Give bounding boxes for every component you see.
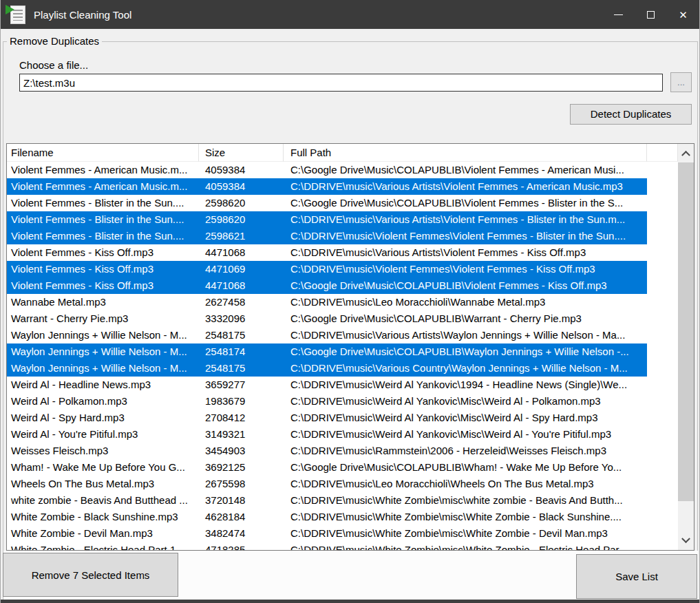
table-row[interactable]: Violent Femmes - Blister in the Sun....2… — [7, 195, 647, 211]
cell-filename: Violent Femmes - Blister in the Sun.... — [7, 195, 199, 211]
table-row[interactable]: Violent Femmes - Kiss Off.mp34471069C:\D… — [7, 261, 647, 277]
file-path-input[interactable] — [19, 74, 663, 92]
cell-filename: Weird Al - Headline News.mp3 — [7, 377, 199, 393]
remove-selected-button[interactable]: Remove 7 Selected Items — [3, 553, 178, 597]
cell-filename: Violent Femmes - American Music.m... — [7, 178, 199, 195]
cell-size: 3332096 — [199, 310, 284, 327]
column-header-size[interactable]: Size — [199, 144, 284, 162]
cell-size: 3149321 — [199, 426, 284, 443]
play-triangle-icon — [6, 5, 14, 14]
table-row[interactable]: Violent Femmes - Kiss Off.mp34471068C:\D… — [7, 244, 647, 261]
chevron-down-icon — [681, 534, 690, 543]
cell-path: C:\DDRIVE\music\White Zombie\misc\White … — [284, 542, 647, 550]
groupbox-label: Remove Duplicates — [7, 35, 102, 47]
cell-filename: Violent Femmes - Blister in the Sun.... — [7, 228, 199, 244]
table-row[interactable]: Violent Femmes - Blister in the Sun....2… — [7, 228, 647, 244]
cell-filename: Violent Femmes - American Music.m... — [7, 162, 199, 178]
column-header-fullpath[interactable]: Full Path — [284, 144, 647, 162]
cell-path: C:\Google Drive\Music\COLAPUBLIB\Warrant… — [284, 310, 647, 327]
table-header: Filename Size Full Path — [7, 144, 678, 162]
cell-path: C:\DDRIVE\music\Rammstein\2006 - Herzele… — [284, 443, 647, 459]
cell-path: C:\DDRIVE\music\Leo Moracchioli\Wannabe … — [284, 294, 647, 310]
cell-path: C:\DDRIVE\music\Weird Al Yankovic\Misc\W… — [284, 426, 647, 443]
scrollbar-thumb[interactable] — [678, 162, 694, 501]
cell-filename: Violent Femmes - Kiss Off.mp3 — [7, 277, 199, 294]
cell-path: C:\DDRIVE\music\Various Artists\Waylon J… — [284, 327, 647, 343]
detect-duplicates-button[interactable]: Detect Duplicates — [570, 104, 692, 125]
table-row[interactable]: Violent Femmes - Blister in the Sun....2… — [7, 211, 647, 228]
table-row[interactable]: white zombie - Beavis And Butthead ...37… — [7, 492, 647, 509]
table-row[interactable]: White Zombie - Devil Man.mp33482474C:\DD… — [7, 525, 647, 542]
cell-filename: Violent Femmes - Blister in the Sun.... — [7, 211, 199, 228]
cell-size: 4471068 — [199, 277, 284, 294]
scroll-up-button[interactable] — [678, 144, 694, 162]
cell-filename: Violent Femmes - Kiss Off.mp3 — [7, 261, 199, 277]
cell-path: C:\DDRIVE\music\White Zombie\misc\White … — [284, 509, 647, 525]
cell-filename: Weisses Fleisch.mp3 — [7, 443, 199, 459]
table-row[interactable]: Waylon Jennings + Willie Nelson - M...25… — [7, 327, 647, 343]
browse-button[interactable]: ... — [670, 72, 692, 92]
cell-size: 2548175 — [199, 360, 284, 377]
cell-size: 4718285 — [199, 542, 284, 550]
cell-size: 4471069 — [199, 261, 284, 277]
chevron-up-icon — [681, 151, 690, 160]
table-row[interactable]: Wheels On The Bus Metal.mp32675598C:\DDR… — [7, 476, 647, 492]
cell-size: 1983679 — [199, 393, 284, 410]
cell-size: 2548175 — [199, 327, 284, 343]
minimize-icon — [614, 14, 623, 15]
cell-path: C:\DDRIVE\music\Weird Al Yankovic\Misc\W… — [284, 393, 647, 410]
cell-size: 3454903 — [199, 443, 284, 459]
column-header-filler — [647, 144, 678, 162]
cell-size: 2675598 — [199, 476, 284, 492]
cell-filename: Wannabe Metal.mp3 — [7, 294, 199, 310]
cell-size: 4059384 — [199, 162, 284, 178]
scroll-down-button[interactable] — [678, 531, 694, 550]
table-row[interactable]: Wham! - Wake Me Up Before You G...369212… — [7, 459, 647, 476]
cell-path: C:\DDRIVE\music\Various Artists\Violent … — [284, 211, 647, 228]
maximize-button[interactable] — [635, 0, 667, 29]
table-row[interactable]: Weird Al - Polkamon.mp31983679C:\DDRIVE\… — [7, 393, 647, 410]
table-row[interactable]: Weird Al - You're Pitiful.mp33149321C:\D… — [7, 426, 647, 443]
table-row[interactable]: Weird Al - Spy Hard.mp32708412C:\DDRIVE\… — [7, 410, 647, 426]
table-row[interactable]: Warrant - Cherry Pie.mp33332096C:\Google… — [7, 310, 647, 327]
vertical-scrollbar[interactable] — [678, 144, 694, 550]
cell-path: C:\DDRIVE\music\Leo Moracchioli\Wheels O… — [284, 476, 647, 492]
cell-filename: Wham! - Wake Me Up Before You G... — [7, 459, 199, 476]
cell-filename: Violent Femmes - Kiss Off.mp3 — [7, 244, 199, 261]
minimize-button[interactable] — [602, 0, 635, 29]
column-header-filename[interactable]: Filename — [7, 144, 199, 162]
table-row[interactable]: Weisses Fleisch.mp33454903C:\DDRIVE\musi… — [7, 443, 647, 459]
table-row[interactable]: White Zombie - Electric Head Part 147182… — [7, 542, 647, 550]
cell-path: C:\DDRIVE\music\Various Artists\Violent … — [284, 178, 647, 195]
close-button[interactable]: ✕ — [667, 0, 699, 29]
cell-filename: Waylon Jennings + Willie Nelson - M... — [7, 360, 199, 377]
table-row[interactable]: Weird Al - Headline News.mp33659277C:\DD… — [7, 377, 647, 393]
cell-filename: white zombie - Beavis And Butthead ... — [7, 492, 199, 509]
cell-filename: White Zombie - Black Sunshine.mp3 — [7, 509, 199, 525]
cell-path: C:\DDRIVE\music\Various Country\Waylon J… — [284, 360, 647, 377]
cell-path: C:\Google Drive\Music\COLAPUBLIB\Waylon … — [284, 343, 647, 360]
cell-size: 4628184 — [199, 509, 284, 525]
table-body: Violent Femmes - American Music.m...4059… — [7, 162, 678, 550]
cell-size: 3659277 — [199, 377, 284, 393]
cell-path: C:\Google Drive\Music\COLAPUBLIB\Violent… — [284, 195, 647, 211]
table-row[interactable]: Violent Femmes - American Music.m...4059… — [7, 178, 647, 195]
cell-filename: Warrant - Cherry Pie.mp3 — [7, 310, 199, 327]
table-row[interactable]: Violent Femmes - American Music.m...4059… — [7, 162, 647, 178]
cell-size: 2548174 — [199, 343, 284, 360]
table-row[interactable]: Waylon Jennings + Willie Nelson - M...25… — [7, 360, 647, 377]
cell-filename: Weird Al - Polkamon.mp3 — [7, 393, 199, 410]
table-row[interactable]: Violent Femmes - Kiss Off.mp34471068C:\G… — [7, 277, 647, 294]
table-row[interactable]: White Zombie - Black Sunshine.mp34628184… — [7, 509, 647, 525]
table-row[interactable]: Wannabe Metal.mp32627458C:\DDRIVE\music\… — [7, 294, 647, 310]
cell-size: 3720148 — [199, 492, 284, 509]
cell-size: 2708412 — [199, 410, 284, 426]
table-row[interactable]: Waylon Jennings + Willie Nelson - M...25… — [7, 343, 647, 360]
cell-path: C:\DDRIVE\music\White Zombie\misc\White … — [284, 525, 647, 542]
window-title: Playlist Cleaning Tool — [34, 9, 131, 21]
cell-size: 4471068 — [199, 244, 284, 261]
cell-filename: Weird Al - You're Pitiful.mp3 — [7, 426, 199, 443]
cell-size: 2598620 — [199, 211, 284, 228]
cell-size: 3482474 — [199, 525, 284, 542]
save-list-button[interactable]: Save List — [576, 554, 697, 599]
